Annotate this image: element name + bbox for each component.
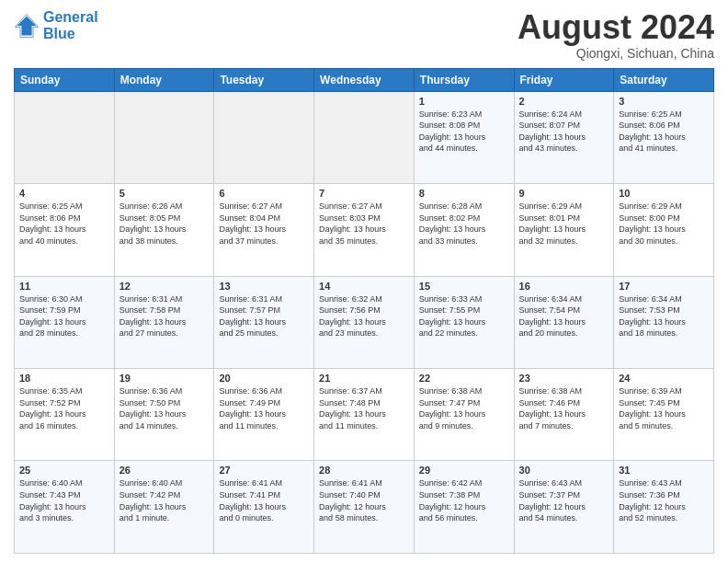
day-info: Sunrise: 6:41 AM Sunset: 7:40 PM Dayligh… [319,477,409,523]
day-cell: 20Sunrise: 6:36 AM Sunset: 7:49 PM Dayli… [214,369,314,461]
week-row-3: 11Sunrise: 6:30 AM Sunset: 7:59 PM Dayli… [15,276,714,368]
day-info: Sunrise: 6:25 AM Sunset: 8:06 PM Dayligh… [19,201,109,247]
day-number: 7 [319,188,409,199]
day-cell: 13Sunrise: 6:31 AM Sunset: 7:57 PM Dayli… [214,276,314,368]
day-info: Sunrise: 6:28 AM Sunset: 8:02 PM Dayligh… [419,201,509,247]
day-cell: 29Sunrise: 6:42 AM Sunset: 7:38 PM Dayli… [414,461,514,554]
day-cell: 26Sunrise: 6:40 AM Sunset: 7:42 PM Dayli… [114,461,214,554]
weekday-header-wednesday: Wednesday [314,68,415,91]
day-number: 21 [319,373,409,384]
day-info: Sunrise: 6:42 AM Sunset: 7:38 PM Dayligh… [419,477,509,523]
day-number: 11 [19,281,109,292]
weekday-header-sunday: Sunday [15,68,115,91]
day-cell: 8Sunrise: 6:28 AM Sunset: 8:02 PM Daylig… [414,184,514,276]
day-number: 31 [619,465,709,476]
day-number: 10 [619,188,709,199]
day-number: 8 [419,188,509,199]
day-number: 2 [519,96,609,107]
day-info: Sunrise: 6:25 AM Sunset: 8:06 PM Dayligh… [619,109,709,155]
day-info: Sunrise: 6:35 AM Sunset: 7:52 PM Dayligh… [19,385,109,431]
logo-icon [14,13,40,39]
weekday-header-tuesday: Tuesday [214,68,314,91]
day-cell: 16Sunrise: 6:34 AM Sunset: 7:54 PM Dayli… [514,276,614,368]
day-cell: 10Sunrise: 6:29 AM Sunset: 8:00 PM Dayli… [614,184,714,276]
day-number: 22 [419,373,509,384]
day-number: 1 [419,96,509,107]
day-info: Sunrise: 6:27 AM Sunset: 8:03 PM Dayligh… [319,201,409,247]
day-number: 30 [519,465,609,476]
day-cell: 27Sunrise: 6:41 AM Sunset: 7:41 PM Dayli… [214,461,314,554]
day-info: Sunrise: 6:36 AM Sunset: 7:50 PM Dayligh… [119,385,210,431]
logo-blue: Blue [43,26,75,41]
day-info: Sunrise: 6:31 AM Sunset: 7:57 PM Dayligh… [219,293,309,339]
day-info: Sunrise: 6:38 AM Sunset: 7:47 PM Dayligh… [419,385,509,431]
day-info: Sunrise: 6:29 AM Sunset: 8:01 PM Dayligh… [519,201,609,247]
day-info: Sunrise: 6:43 AM Sunset: 7:37 PM Dayligh… [519,477,609,523]
day-number: 13 [219,281,309,292]
day-info: Sunrise: 6:23 AM Sunset: 8:08 PM Dayligh… [419,109,509,155]
day-cell: 14Sunrise: 6:32 AM Sunset: 7:56 PM Dayli… [314,276,415,368]
day-cell: 5Sunrise: 6:26 AM Sunset: 8:05 PM Daylig… [114,184,214,276]
day-cell: 19Sunrise: 6:36 AM Sunset: 7:50 PM Dayli… [114,369,214,461]
day-cell: 30Sunrise: 6:43 AM Sunset: 7:37 PM Dayli… [514,461,614,554]
day-info: Sunrise: 6:39 AM Sunset: 7:45 PM Dayligh… [619,385,709,431]
day-info: Sunrise: 6:30 AM Sunset: 7:59 PM Dayligh… [19,293,109,339]
day-info: Sunrise: 6:24 AM Sunset: 8:07 PM Dayligh… [519,109,609,155]
day-cell: 23Sunrise: 6:38 AM Sunset: 7:46 PM Dayli… [514,369,614,461]
day-cell [314,91,415,183]
location: Qiongxi, Sichuan, China [518,46,714,61]
day-info: Sunrise: 6:43 AM Sunset: 7:36 PM Dayligh… [619,477,709,523]
day-number: 9 [519,188,609,199]
day-number: 20 [219,373,309,384]
day-cell: 25Sunrise: 6:40 AM Sunset: 7:43 PM Dayli… [15,461,115,554]
logo-general: General [43,9,98,25]
day-number: 5 [119,188,210,199]
day-cell: 24Sunrise: 6:39 AM Sunset: 7:45 PM Dayli… [614,369,714,461]
day-cell: 7Sunrise: 6:27 AM Sunset: 8:03 PM Daylig… [314,184,415,276]
day-info: Sunrise: 6:37 AM Sunset: 7:48 PM Dayligh… [319,385,409,431]
calendar-table: SundayMondayTuesdayWednesdayThursdayFrid… [14,68,714,554]
day-number: 28 [319,465,409,476]
day-cell [114,91,214,183]
week-row-1: 1Sunrise: 6:23 AM Sunset: 8:08 PM Daylig… [15,91,714,183]
day-cell: 17Sunrise: 6:34 AM Sunset: 7:53 PM Dayli… [614,276,714,368]
day-number: 29 [419,465,509,476]
day-info: Sunrise: 6:34 AM Sunset: 7:54 PM Dayligh… [519,293,609,339]
day-number: 16 [519,281,609,292]
logo-text: General Blue [43,9,98,41]
day-cell [214,91,314,183]
day-number: 4 [19,188,109,199]
day-info: Sunrise: 6:29 AM Sunset: 8:00 PM Dayligh… [619,201,709,247]
day-info: Sunrise: 6:27 AM Sunset: 8:04 PM Dayligh… [219,201,309,247]
day-cell: 1Sunrise: 6:23 AM Sunset: 8:08 PM Daylig… [414,91,514,183]
logo: General Blue [14,9,98,41]
day-number: 19 [119,373,210,384]
day-number: 14 [319,281,409,292]
day-number: 3 [619,96,709,107]
day-number: 15 [419,281,509,292]
week-row-4: 18Sunrise: 6:35 AM Sunset: 7:52 PM Dayli… [15,369,714,461]
day-info: Sunrise: 6:38 AM Sunset: 7:46 PM Dayligh… [519,385,609,431]
day-cell: 28Sunrise: 6:41 AM Sunset: 7:40 PM Dayli… [314,461,415,554]
day-info: Sunrise: 6:31 AM Sunset: 7:58 PM Dayligh… [119,293,210,339]
page: General Blue August 2024 Qiongxi, Sichua… [0,0,728,563]
day-cell: 3Sunrise: 6:25 AM Sunset: 8:06 PM Daylig… [614,91,714,183]
day-cell: 12Sunrise: 6:31 AM Sunset: 7:58 PM Dayli… [114,276,214,368]
day-cell: 4Sunrise: 6:25 AM Sunset: 8:06 PM Daylig… [15,184,115,276]
day-number: 24 [619,373,709,384]
day-number: 25 [19,465,109,476]
week-row-5: 25Sunrise: 6:40 AM Sunset: 7:43 PM Dayli… [15,461,714,554]
day-number: 17 [619,281,709,292]
day-info: Sunrise: 6:32 AM Sunset: 7:56 PM Dayligh… [319,293,409,339]
week-row-2: 4Sunrise: 6:25 AM Sunset: 8:06 PM Daylig… [15,184,714,276]
day-cell: 2Sunrise: 6:24 AM Sunset: 8:07 PM Daylig… [514,91,614,183]
day-cell: 11Sunrise: 6:30 AM Sunset: 7:59 PM Dayli… [15,276,115,368]
weekday-header-friday: Friday [514,68,614,91]
day-info: Sunrise: 6:34 AM Sunset: 7:53 PM Dayligh… [619,293,709,339]
day-info: Sunrise: 6:40 AM Sunset: 7:43 PM Dayligh… [19,477,109,523]
weekday-header-saturday: Saturday [614,68,714,91]
title-block: August 2024 Qiongxi, Sichuan, China [518,9,714,61]
day-cell: 31Sunrise: 6:43 AM Sunset: 7:36 PM Dayli… [614,461,714,554]
day-number: 18 [19,373,109,384]
month-title: August 2024 [518,9,714,46]
